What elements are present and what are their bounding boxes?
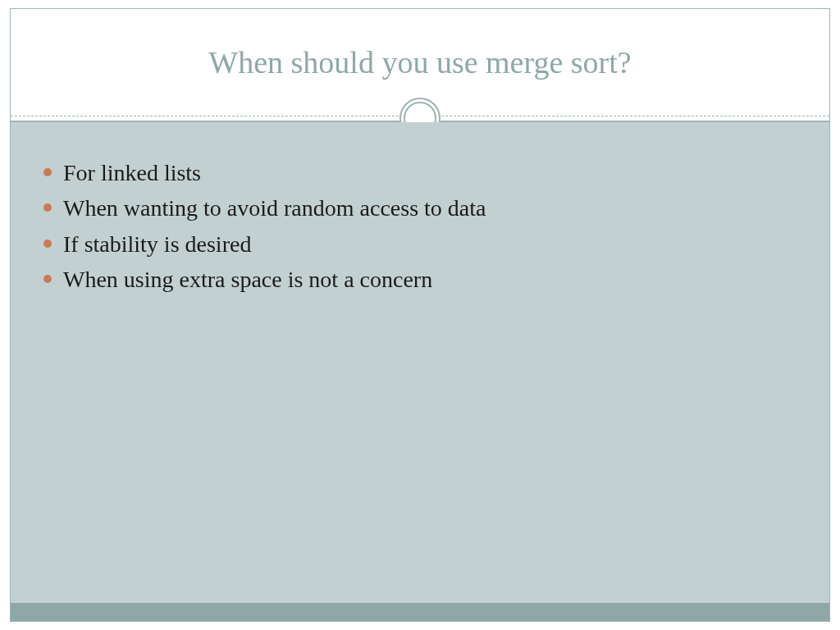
slide: When should you use merge sort? For link… xyxy=(10,8,830,622)
list-item: If stability is desired xyxy=(35,226,805,262)
body-area: For linked lists When wanting to avoid r… xyxy=(11,122,829,603)
list-item: For linked lists xyxy=(35,155,805,190)
bullet-list: For linked lists When wanting to avoid r… xyxy=(35,155,805,298)
list-item: When wanting to avoid random access to d… xyxy=(35,190,805,226)
footer-bar xyxy=(11,603,829,621)
slide-title: When should you use merge sort? xyxy=(208,44,631,80)
list-item: When using extra space is not a concern xyxy=(35,262,805,297)
